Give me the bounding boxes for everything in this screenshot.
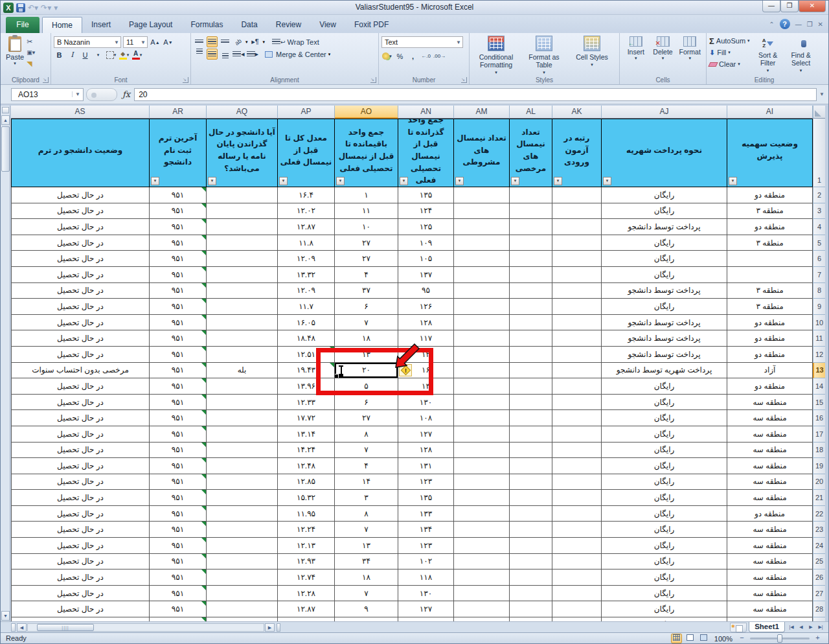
row-header-20[interactable]: 20 <box>813 474 825 490</box>
fill-color-icon[interactable]: ◆▾ <box>119 49 130 60</box>
filter-dropdown-icon-AI[interactable]: ▼ <box>729 177 737 185</box>
cell-AS7[interactable]: در حال تحصیل <box>11 267 150 283</box>
prev-sheet-icon[interactable]: ◀ <box>797 623 806 632</box>
row-header-26[interactable]: 26 <box>813 569 825 586</box>
insert-function-area[interactable] <box>86 88 117 101</box>
cell-AS17[interactable]: در حال تحصیل <box>11 426 150 443</box>
cell-AK17[interactable] <box>552 426 602 443</box>
cell-AQ23[interactable] <box>207 522 278 538</box>
cell-AL19[interactable] <box>510 458 552 474</box>
cell-AI18[interactable]: منطقه سه <box>727 443 813 459</box>
cell-AN17[interactable]: ۱۲۷ <box>398 426 454 443</box>
format-as-table-button[interactable]: Format as Table▾ <box>520 35 568 76</box>
cell-AP15[interactable]: ۱۲.۳۳ <box>278 395 335 411</box>
cell-AO9[interactable]: ۶ <box>335 299 398 315</box>
cell-AK8[interactable] <box>552 283 602 299</box>
cell-AR23[interactable]: ۹۵۱ <box>150 522 207 538</box>
row-header-2[interactable]: 2 <box>813 187 825 203</box>
cell-AQ18[interactable] <box>207 443 278 459</box>
horizontal-scrollbar[interactable]: |||| <box>27 623 264 632</box>
cell-AK22[interactable] <box>552 506 602 522</box>
cell-AP18[interactable]: ۱۴.۲۴ <box>278 443 335 459</box>
cell-AN4[interactable]: ۱۲۵ <box>398 219 454 235</box>
next-sheet-icon[interactable]: ▶ <box>806 623 815 632</box>
filter-dropdown-icon-AP[interactable]: ▼ <box>279 177 288 185</box>
minimize-button[interactable]: — <box>762 1 780 12</box>
cell-AM17[interactable] <box>454 426 510 443</box>
borders-icon[interactable]: ▾ <box>106 49 117 60</box>
cell-AS24[interactable]: در حال تحصیل <box>11 538 150 554</box>
cell-AL10[interactable] <box>510 315 552 331</box>
cell-AM7[interactable] <box>454 267 510 283</box>
cell-AO4[interactable]: ۱۰ <box>335 219 398 235</box>
cell-AO23[interactable]: ۷ <box>335 522 398 538</box>
cell-AN2[interactable]: ۱۳۵ <box>398 187 454 203</box>
cell-AS5[interactable]: در حال تحصیل <box>11 235 150 251</box>
cell-AK18[interactable] <box>552 443 602 459</box>
cell-AS6[interactable]: در حال تحصیل <box>11 251 150 267</box>
align-right-icon[interactable] <box>220 49 231 60</box>
name-box[interactable]: AO13▼ <box>11 88 84 101</box>
cell-AS9[interactable]: در حال تحصیل <box>11 299 150 315</box>
cell-AM19[interactable] <box>454 458 510 474</box>
middle-align-icon[interactable] <box>207 36 218 47</box>
cell-AJ18[interactable]: رایگان <box>602 443 727 459</box>
column-header-AL[interactable]: AL <box>510 106 552 119</box>
filter-dropdown-icon-AJ[interactable]: ▼ <box>603 177 611 185</box>
cell-AO6[interactable]: ۲۷ <box>335 251 398 267</box>
cell-AO5[interactable]: ۲۷ <box>335 235 398 251</box>
cell-AJ24[interactable]: رایگان <box>602 538 727 554</box>
cell-AP10[interactable]: ۱۶.۰۵ <box>278 315 335 331</box>
cell-AR18[interactable]: ۹۵۱ <box>150 443 207 459</box>
cell-AN18[interactable]: ۱۲۸ <box>398 443 454 459</box>
cell-AN26[interactable]: ۱۱۸ <box>398 569 454 586</box>
cell-AQ24[interactable] <box>207 538 278 554</box>
underline-button[interactable]: U <box>80 49 91 60</box>
cell-AL18[interactable] <box>510 443 552 459</box>
cell-AK27[interactable] <box>552 586 602 602</box>
cell-AI21[interactable]: منطقه سه <box>727 490 813 506</box>
cell-AM8[interactable] <box>454 283 510 299</box>
column-header-AQ[interactable]: AQ <box>207 106 278 119</box>
tab-insert[interactable]: Insert <box>82 17 120 33</box>
cell-AK9[interactable] <box>552 299 602 315</box>
cell-AQ8[interactable] <box>207 283 278 299</box>
row-header-21[interactable]: 21 <box>813 490 825 506</box>
first-sheet-icon[interactable]: |◀ <box>787 623 796 632</box>
cell-AR12[interactable]: ۹۵۱ <box>150 347 207 363</box>
cell-AI9[interactable]: منطقه ۳ <box>727 299 813 315</box>
doc-minimize-icon[interactable]: — <box>795 21 802 28</box>
cell-AN8[interactable]: ۹۵ <box>398 283 454 299</box>
cell-AP16[interactable]: ۱۷.۷۲ <box>278 410 335 426</box>
scroll-up-icon[interactable]: ▲ <box>1 115 10 125</box>
cell-AI14[interactable]: منطقه دو <box>727 378 813 395</box>
cell-AS2[interactable]: در حال تحصیل <box>11 187 150 203</box>
cell-AM23[interactable] <box>454 522 510 538</box>
cell-AQ15[interactable] <box>207 395 278 411</box>
cell-AI11[interactable]: منطقه دو <box>727 330 813 347</box>
row-header-14[interactable]: 14 <box>813 378 825 395</box>
cell-AQ17[interactable] <box>207 426 278 443</box>
cell-AJ14[interactable]: رایگان <box>602 378 727 395</box>
cell-AO27[interactable]: ۷ <box>335 586 398 602</box>
row-header-6[interactable]: 6 <box>813 251 825 267</box>
cell-AJ15[interactable]: رایگان <box>602 395 727 411</box>
cell-AS15[interactable]: در حال تحصیل <box>11 395 150 411</box>
cell-AS8[interactable]: در حال تحصیل <box>11 283 150 299</box>
font-name-combo[interactable]: B Nazanin▼ <box>54 36 121 48</box>
cell-AQ4[interactable] <box>207 219 278 235</box>
doc-restore-icon[interactable]: ❐ <box>807 21 813 28</box>
cell-AL3[interactable] <box>510 203 552 220</box>
filter-dropdown-icon-AO[interactable]: ▼ <box>336 177 345 185</box>
cell-AP23[interactable]: ۱۲.۲۴ <box>278 522 335 538</box>
comma-style-icon[interactable]: , <box>407 51 418 62</box>
cell-AP4[interactable]: ۱۲.۸۷ <box>278 219 335 235</box>
clear-button[interactable]: Clear▾ <box>709 58 750 70</box>
cell-AP2[interactable]: ۱۶.۴ <box>278 187 335 203</box>
cell-AO17[interactable]: ۸ <box>335 426 398 443</box>
paste-button[interactable]: Paste▾ <box>3 35 27 69</box>
cell-AI16[interactable]: منطقه سه <box>727 410 813 426</box>
cell-AQ9[interactable] <box>207 299 278 315</box>
cell-AO26[interactable]: ۱۸ <box>335 569 398 586</box>
cell-AL17[interactable] <box>510 426 552 443</box>
